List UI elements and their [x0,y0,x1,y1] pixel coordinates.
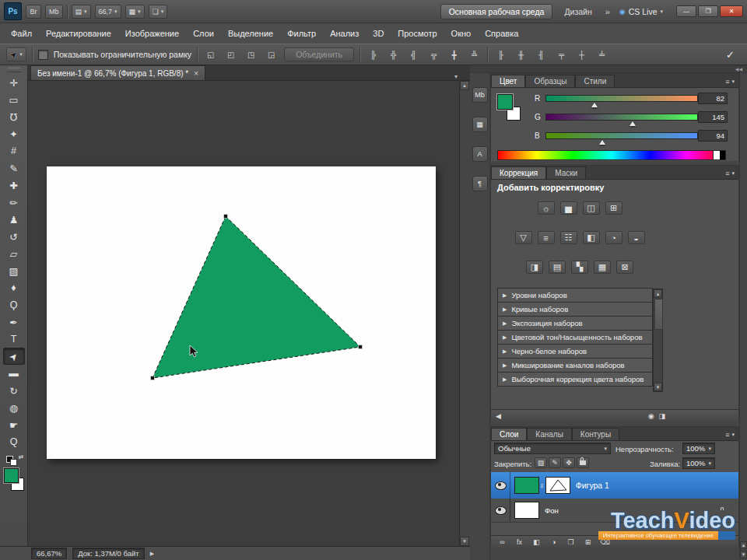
layer-thumbnail[interactable] [514,477,539,494]
layer-name[interactable]: Фон [545,506,559,515]
list-item[interactable]: ▶ Уровни наборов [497,288,653,303]
panel-menu[interactable]: ≡ ▾ [721,170,738,179]
quick-selection-tool[interactable]: ✦ [3,125,25,142]
list-item[interactable]: ▶ Цветовой тон/Насыщенность наборов [497,330,653,345]
green-slider[interactable] [545,114,698,121]
panel-view-icon[interactable]: ◉ [648,412,654,420]
expander-icon[interactable]: ▶ [503,376,507,383]
tab-styles[interactable]: Стили [575,75,615,87]
minimize-button[interactable]: — [676,5,696,17]
red-slider-thumb[interactable] [591,103,598,107]
align-top-button[interactable]: ╦ [426,47,441,61]
screen-mode-button[interactable]: ❏ ▾ [149,5,168,19]
scrollbar-thumb[interactable] [654,299,663,330]
menu-layers[interactable]: Слои [186,29,221,38]
align-vcenter-button[interactable]: ╋ [447,47,461,61]
list-item[interactable]: ▶ Микширование каналов наборов [497,358,653,373]
layer-thumbnail[interactable] [514,502,539,519]
green-slider-track[interactable] [545,114,698,121]
view-extras-button[interactable]: ▤ ▾ [72,5,91,19]
distribute-bottom-button[interactable]: ╢ [534,47,549,61]
tab-layers[interactable]: Слои [491,428,527,440]
path-selection-tool[interactable]: ➤ [3,348,25,365]
vector-mask-thumbnail[interactable] [545,477,570,494]
distribute-vcenter-button[interactable]: ╫ [514,47,528,61]
anchor-point[interactable] [224,215,228,219]
dock-scroll-strip[interactable]: ▲ ▼ [739,73,747,560]
type-tool[interactable]: T [3,331,25,348]
eraser-tool[interactable]: ▱ [3,245,25,262]
scroll-down-icon[interactable]: ▼ [654,383,662,391]
tab-color[interactable]: Цвет [491,75,525,87]
adjustment-black-white-button[interactable]: ◧ [583,231,600,244]
layer-row-shape1[interactable]: ∞ Фигура 1 [491,472,738,499]
anchor-point[interactable] [151,376,155,380]
restore-button[interactable]: ❐ [698,5,718,17]
expanded-view-icon[interactable]: ◨ [658,412,665,420]
menu-filter[interactable]: Фильтр [280,29,323,38]
arrange-documents-button[interactable]: ▦ ▾ [125,5,145,19]
spectrum-black-chip[interactable] [720,151,725,159]
zoom-tool[interactable]: Q [3,433,25,450]
blue-slider-thumb[interactable] [599,140,605,145]
swap-colors-icon[interactable]: ⇄ [19,453,24,460]
adjustment-channel-mixer-button[interactable]: ◒ [628,231,645,244]
lock-transparency-button[interactable]: ▨ [535,457,547,468]
panel-icon-histogram[interactable]: ▦ [472,117,488,132]
expander-icon[interactable]: ▶ [503,292,507,299]
menu-view[interactable]: Просмотр [391,29,444,38]
lock-position-button[interactable]: ✥ [563,457,575,468]
adjustment-posterize-button[interactable]: ▤ [549,261,566,274]
scroll-up-icon[interactable]: ▲ [654,289,662,298]
red-slider-track[interactable] [545,95,698,102]
blur-tool[interactable]: ♦ [3,279,25,296]
menu-3d[interactable]: 3D [366,29,391,38]
clone-stamp-tool[interactable]: ♟ [3,211,25,228]
opacity-field[interactable]: 100% ▾ [682,443,715,454]
3d-rotate-tool[interactable]: ↻ [3,382,25,399]
blue-slider[interactable] [545,132,698,139]
scroll-up-icon[interactable]: ▲ [740,541,747,549]
blend-mode-select[interactable]: Обычные ▾ [494,443,611,454]
close-button[interactable]: ✕ [720,5,743,17]
adjustment-gradient-map-button[interactable]: ▦ [594,261,611,274]
new-layer-button[interactable]: ⊞ [581,538,594,546]
menu-help[interactable]: Справка [478,29,525,38]
panel-menu[interactable]: ≡ ▾ [721,78,738,87]
distribute-top-button[interactable]: ╟ [493,47,508,61]
menu-edit[interactable]: Редактирование [39,29,118,38]
adjustment-photo-filter-button[interactable]: ◔ [605,231,622,244]
hand-tool[interactable]: ☛ [3,416,25,433]
menu-select[interactable]: Выделение [221,29,280,38]
blue-value-field[interactable]: 94 [698,130,728,142]
adjustment-hue-saturation-button[interactable]: ≡ [538,231,555,244]
tab-paths[interactable]: Контуры [572,428,619,440]
scroll-down-icon[interactable]: ▼ [460,537,469,546]
tab-masks[interactable]: Маски [546,166,586,179]
zoom-percent-field[interactable]: 66,67% [31,548,67,559]
adjustment-color-balance-button[interactable]: ☷ [560,231,577,244]
blue-slider-track[interactable] [545,132,698,139]
launch-mini-bridge-button[interactable]: Mb [45,5,63,19]
menu-window[interactable]: Окно [444,29,479,38]
document-tab[interactable]: Без имени-1 @ 66,7% (Фигура 1, RGB/8) * … [30,65,205,80]
panel-menu[interactable]: ≡ ▾ [721,431,738,440]
healing-brush-tool[interactable]: ✚ [3,177,25,194]
commit-button[interactable]: ✓ [726,49,741,61]
distribute-right-button[interactable]: ╧ [594,47,609,61]
spectrum-white-chip[interactable] [713,151,720,159]
lock-all-button[interactable] [577,457,589,468]
panel-icon-paragraph[interactable]: ¶ [472,176,488,191]
expander-icon[interactable]: ▶ [503,334,507,341]
expander-icon[interactable]: ▶ [503,348,507,355]
path-op-intersect-button[interactable]: ◳ [244,47,258,61]
align-bottom-button[interactable]: ╩ [467,47,482,61]
color-spectrum-ramp[interactable] [497,150,726,160]
shape-layer-graphic[interactable] [47,166,436,459]
visibility-toggle[interactable] [491,499,510,522]
rectangle-tool[interactable]: ▬ [3,365,25,382]
brush-tool[interactable]: ✏ [3,194,25,211]
expander-icon[interactable]: ▶ [503,362,507,369]
tab-swatches[interactable]: Образцы [525,75,575,87]
link-layers-button[interactable]: ∞ [496,538,509,546]
